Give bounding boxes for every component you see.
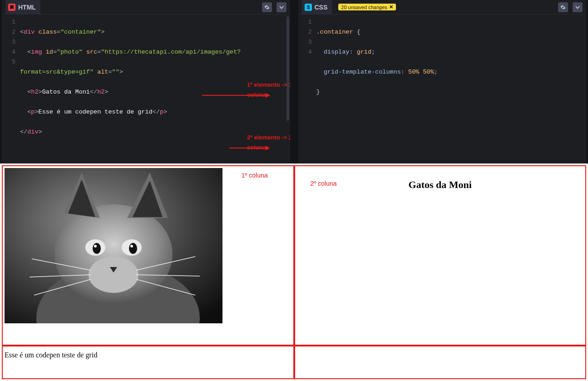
code-token: div [24,29,35,35]
grid-container: 1º coluna [2,165,586,379]
code-token: Esse é um codepen teste de grid [39,109,153,115]
svg-point-18 [94,245,97,247]
code-token: img [31,49,42,55]
preview-area: 1º coluna [0,163,588,381]
line-number: 1 [298,17,312,27]
code-token: id [46,49,53,55]
code-token: > [119,69,123,75]
unsaved-text: 20 unsaved changes [341,5,387,10]
code-token: src [86,49,97,55]
code-token: "https://thecatapi.com/api/images/get? [101,49,241,55]
code-token: </ [153,109,160,115]
gear-icon [560,5,566,10]
css-tab[interactable]: CSS [302,0,332,14]
code-token: > [163,109,167,115]
code-token: < [20,29,24,35]
code-token: 50% 50% [408,69,434,75]
html-code[interactable]: <div class="container"> <img id="photo" … [20,17,290,161]
preview-heading: Gatos da Moni [295,179,586,191]
code-token: h2 [97,89,104,95]
column-label: 1º coluna [241,172,267,179]
svg-point-19 [130,245,133,247]
cat-image [5,168,222,323]
html-pane: HTML 1 2 3 4 5 <div class="container"> <… [2,0,290,163]
code-token: { [357,29,361,35]
settings-button[interactable] [262,2,272,12]
code-token: h2 [31,89,38,95]
html-tab[interactable]: HTML [5,0,40,14]
expand-button[interactable] [573,2,583,12]
chevron-down-icon [279,5,284,10]
line-number: 4 [2,47,15,57]
html-code-area[interactable]: 1 2 3 4 5 <div class="container"> <img i… [2,15,290,163]
line-number: 2 [2,27,15,37]
line-number: 2 [298,27,312,37]
html-pane-header: HTML [2,0,290,15]
code-token: : [401,69,408,75]
code-token: = [108,69,112,75]
code-token [83,49,86,55]
code-token: .container [316,29,353,35]
css-code-area[interactable]: 1 2 3 4 .container { display: grid; grid… [298,15,587,163]
grid-cell-1: 1º coluna [2,165,294,346]
code-token: = [53,49,57,55]
code-token [20,109,27,115]
line-number: 1 [2,17,15,27]
code-token: "container" [60,29,101,35]
html-gutter: 1 2 3 4 5 [2,17,20,161]
code-token [94,69,97,75]
grid-cell-2: 2º coluna Gatos da Moni [294,165,587,346]
svg-point-17 [129,243,137,254]
code-token [316,49,324,55]
code-token: grid-template-columns [324,69,401,75]
code-token: "photo" [57,49,83,55]
expand-button[interactable] [277,2,287,12]
unsaved-badge[interactable]: 20 unsaved changes ✕ [338,4,396,10]
code-token [353,29,357,35]
svg-point-13 [89,257,138,293]
close-icon[interactable]: ✕ [389,4,393,10]
code-token [316,69,324,75]
css-pane: CSS 20 unsaved changes ✕ 1 2 3 4 .contai… [298,0,587,163]
code-token: > [104,89,108,95]
code-token: grid [357,49,371,55]
code-token: </ [90,89,97,95]
arrow-icon [206,133,247,163]
line-number: 3 [2,37,15,47]
code-token: alt [97,69,108,75]
grid-cell-4 [294,346,587,380]
code-token: format=src&type=gif" [20,69,94,75]
code-token: ; [434,69,438,75]
code-token: </ [20,129,27,135]
html-icon [8,4,15,11]
code-token: > [39,129,42,135]
code-token [20,89,27,95]
code-token [20,49,27,55]
code-token: = [57,29,60,35]
code-token: > [101,29,104,35]
code-token: } [316,89,320,95]
gear-icon [264,5,270,10]
code-token: "" [112,69,119,75]
grid-cell-3: Esse é um codepen teste de grid [2,346,294,380]
svg-marker-3 [266,146,270,150]
code-token [35,29,38,35]
css-pane-title: CSS [315,4,328,11]
line-number: 5 [2,57,15,67]
code-token: > [35,109,38,115]
code-token: Gatos da Moni [42,89,90,95]
code-token: div [27,129,38,135]
code-token: > [39,89,42,95]
column-label: 2º coluna [311,180,337,187]
code-token: p [160,109,163,115]
code-token: : [349,49,356,55]
code-token: ; [371,49,375,55]
settings-button[interactable] [558,2,568,12]
css-code[interactable]: .container { display: grid; grid-templat… [316,17,587,161]
css-pane-header: CSS 20 unsaved changes ✕ [298,0,587,15]
editor-area: HTML 1 2 3 4 5 <div class="container"> <… [0,0,588,163]
css-icon [305,4,312,11]
svg-point-16 [93,243,101,254]
code-token: display [324,49,350,55]
chevron-down-icon [575,5,580,10]
